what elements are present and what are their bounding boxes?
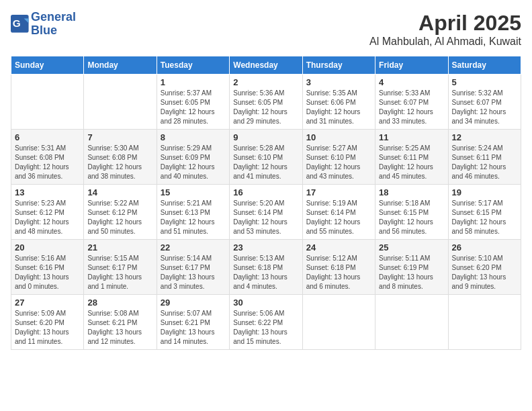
day-number: 25 [379,242,444,253]
day-number: 21 [87,242,152,253]
day-number: 7 [87,132,152,142]
day-number: 8 [161,132,226,142]
calendar-cell: 9Sunrise: 5:28 AM Sunset: 6:10 PM Daylig… [230,130,302,185]
day-info: Sunrise: 5:06 AM Sunset: 6:22 PM Dayligh… [233,309,298,347]
day-info: Sunrise: 5:15 AM Sunset: 6:17 PM Dayligh… [87,254,152,291]
calendar-cell: 3Sunrise: 5:35 AM Sunset: 6:06 PM Daylig… [302,75,375,130]
day-number: 14 [87,187,152,197]
day-number: 10 [306,132,371,142]
calendar-header: SundayMondayTuesdayWednesdayThursdayFrid… [11,56,521,75]
calendar-cell: 19Sunrise: 5:17 AM Sunset: 6:15 PM Dayli… [448,185,521,240]
day-info: Sunrise: 5:16 AM Sunset: 6:16 PM Dayligh… [15,254,80,291]
calendar-cell: 26Sunrise: 5:10 AM Sunset: 6:20 PM Dayli… [448,240,521,295]
day-number: 3 [306,77,371,87]
logo-icon: G [11,15,30,34]
day-info: Sunrise: 5:11 AM Sunset: 6:19 PM Dayligh… [379,254,444,291]
calendar-cell: 28Sunrise: 5:08 AM Sunset: 6:21 PM Dayli… [84,295,157,350]
header-friday: Friday [375,56,448,75]
day-info: Sunrise: 5:14 AM Sunset: 6:17 PM Dayligh… [161,254,226,291]
day-number: 13 [15,187,80,197]
day-info: Sunrise: 5:35 AM Sunset: 6:06 PM Dayligh… [306,89,371,126]
calendar-cell: 14Sunrise: 5:22 AM Sunset: 6:12 PM Dayli… [84,185,157,240]
day-info: Sunrise: 5:12 AM Sunset: 6:18 PM Dayligh… [306,254,371,291]
day-info: Sunrise: 5:36 AM Sunset: 6:05 PM Dayligh… [233,89,298,126]
svg-text:G: G [13,17,21,29]
calendar-cell [302,295,375,350]
calendar-body: 1Sunrise: 5:37 AM Sunset: 6:05 PM Daylig… [11,75,521,350]
day-info: Sunrise: 5:24 AM Sunset: 6:11 PM Dayligh… [452,144,517,181]
day-number: 9 [233,132,298,142]
calendar-cell [84,75,157,130]
calendar-row: 13Sunrise: 5:23 AM Sunset: 6:12 PM Dayli… [11,185,521,240]
day-info: Sunrise: 5:29 AM Sunset: 6:09 PM Dayligh… [161,144,226,181]
day-number: 24 [306,242,371,253]
day-info: Sunrise: 5:33 AM Sunset: 6:07 PM Dayligh… [379,89,444,126]
calendar-cell: 16Sunrise: 5:20 AM Sunset: 6:14 PM Dayli… [230,185,302,240]
calendar-cell: 15Sunrise: 5:21 AM Sunset: 6:13 PM Dayli… [157,185,229,240]
calendar-row: 27Sunrise: 5:09 AM Sunset: 6:20 PM Dayli… [11,295,521,350]
day-number: 26 [452,242,517,253]
calendar-cell: 10Sunrise: 5:27 AM Sunset: 6:10 PM Dayli… [302,130,375,185]
day-number: 28 [87,298,152,308]
calendar-cell: 18Sunrise: 5:18 AM Sunset: 6:15 PM Dayli… [375,185,448,240]
calendar-cell [11,75,84,130]
calendar-cell: 7Sunrise: 5:30 AM Sunset: 6:08 PM Daylig… [84,130,157,185]
day-info: Sunrise: 5:19 AM Sunset: 6:14 PM Dayligh… [306,199,371,236]
day-number: 11 [379,132,444,142]
calendar-cell: 25Sunrise: 5:11 AM Sunset: 6:19 PM Dayli… [375,240,448,295]
header-tuesday: Tuesday [157,56,229,75]
calendar-cell [448,295,521,350]
calendar-table: SundayMondayTuesdayWednesdayThursdayFrid… [11,56,521,350]
calendar-row: 6Sunrise: 5:31 AM Sunset: 6:08 PM Daylig… [11,130,521,185]
day-info: Sunrise: 5:31 AM Sunset: 6:08 PM Dayligh… [15,144,80,181]
day-number: 12 [452,132,517,142]
day-info: Sunrise: 5:22 AM Sunset: 6:12 PM Dayligh… [87,199,152,236]
day-info: Sunrise: 5:25 AM Sunset: 6:11 PM Dayligh… [379,144,444,181]
header-monday: Monday [84,56,157,75]
day-info: Sunrise: 5:32 AM Sunset: 6:07 PM Dayligh… [452,89,517,126]
day-number: 27 [15,298,80,308]
calendar-cell: 20Sunrise: 5:16 AM Sunset: 6:16 PM Dayli… [11,240,84,295]
header-saturday: Saturday [448,56,521,75]
calendar-cell: 12Sunrise: 5:24 AM Sunset: 6:11 PM Dayli… [448,130,521,185]
day-number: 29 [161,298,226,308]
day-number: 6 [15,132,80,142]
day-info: Sunrise: 5:28 AM Sunset: 6:10 PM Dayligh… [233,144,298,181]
day-info: Sunrise: 5:07 AM Sunset: 6:21 PM Dayligh… [161,309,226,347]
calendar-cell: 11Sunrise: 5:25 AM Sunset: 6:11 PM Dayli… [375,130,448,185]
calendar-cell: 29Sunrise: 5:07 AM Sunset: 6:21 PM Dayli… [157,295,229,350]
title-area: April 2025 Al Mahbulah, Al Ahmadi, Kuwai… [369,11,521,48]
calendar-cell: 13Sunrise: 5:23 AM Sunset: 6:12 PM Dayli… [11,185,84,240]
day-number: 19 [452,187,517,197]
calendar-cell: 17Sunrise: 5:19 AM Sunset: 6:14 PM Dayli… [302,185,375,240]
header-thursday: Thursday [302,56,375,75]
calendar-cell: 27Sunrise: 5:09 AM Sunset: 6:20 PM Dayli… [11,295,84,350]
calendar-cell: 24Sunrise: 5:12 AM Sunset: 6:18 PM Dayli… [302,240,375,295]
day-number: 2 [233,77,298,87]
logo-line1: General [31,11,76,24]
calendar-cell: 23Sunrise: 5:13 AM Sunset: 6:18 PM Dayli… [230,240,302,295]
day-info: Sunrise: 5:27 AM Sunset: 6:10 PM Dayligh… [306,144,371,181]
day-info: Sunrise: 5:21 AM Sunset: 6:13 PM Dayligh… [161,199,226,236]
day-number: 15 [161,187,226,197]
day-info: Sunrise: 5:10 AM Sunset: 6:20 PM Dayligh… [452,254,517,291]
day-info: Sunrise: 5:17 AM Sunset: 6:15 PM Dayligh… [452,199,517,236]
day-number: 4 [379,77,444,87]
calendar-cell: 5Sunrise: 5:32 AM Sunset: 6:07 PM Daylig… [448,75,521,130]
calendar-cell: 21Sunrise: 5:15 AM Sunset: 6:17 PM Dayli… [84,240,157,295]
calendar-cell: 6Sunrise: 5:31 AM Sunset: 6:08 PM Daylig… [11,130,84,185]
day-number: 16 [233,187,298,197]
day-info: Sunrise: 5:18 AM Sunset: 6:15 PM Dayligh… [379,199,444,236]
day-info: Sunrise: 5:13 AM Sunset: 6:18 PM Dayligh… [233,254,298,291]
day-number: 20 [15,242,80,253]
day-number: 23 [233,242,298,253]
day-info: Sunrise: 5:30 AM Sunset: 6:08 PM Dayligh… [87,144,152,181]
day-info: Sunrise: 5:08 AM Sunset: 6:21 PM Dayligh… [87,309,152,347]
page-header: G General Blue April 2025 Al Mahbulah, A… [11,11,521,48]
calendar-cell: 4Sunrise: 5:33 AM Sunset: 6:07 PM Daylig… [375,75,448,130]
day-info: Sunrise: 5:20 AM Sunset: 6:14 PM Dayligh… [233,199,298,236]
day-number: 1 [161,77,226,87]
day-info: Sunrise: 5:09 AM Sunset: 6:20 PM Dayligh… [15,309,80,347]
calendar-row: 1Sunrise: 5:37 AM Sunset: 6:05 PM Daylig… [11,75,521,130]
location-title: Al Mahbulah, Al Ahmadi, Kuwait [369,36,521,48]
